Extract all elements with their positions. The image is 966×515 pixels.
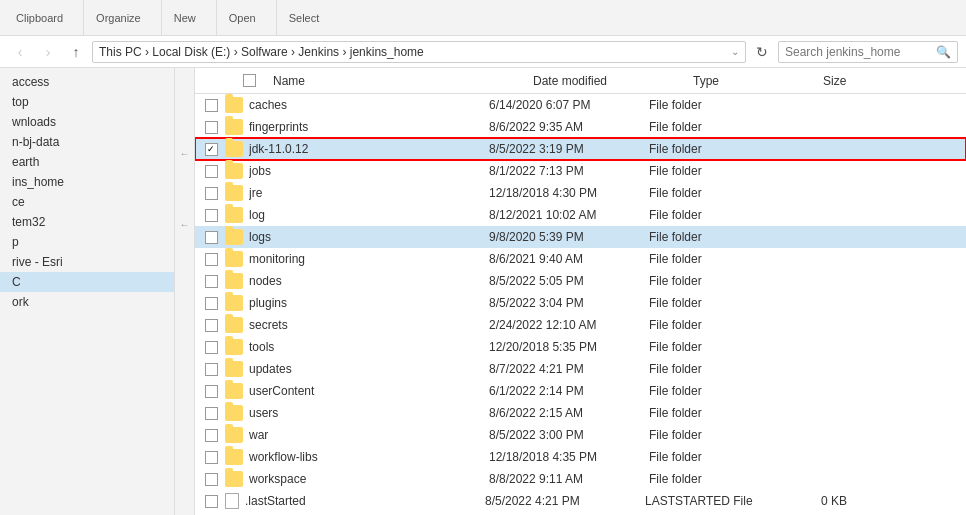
checkbox-box[interactable]: [205, 451, 218, 464]
folder-icon: [225, 229, 243, 245]
col-header-name[interactable]: Name: [265, 74, 525, 88]
sidebar-item-esri[interactable]: rive - Esri: [0, 252, 174, 272]
row-checkbox[interactable]: [203, 295, 219, 311]
forward-button[interactable]: ›: [36, 40, 60, 64]
row-date: 12/18/2018 4:30 PM: [489, 186, 649, 200]
row-checkbox[interactable]: [203, 493, 219, 509]
sidebar-item-c[interactable]: C: [0, 272, 174, 292]
checkbox-box[interactable]: [205, 429, 218, 442]
row-checkbox[interactable]: [203, 449, 219, 465]
checkbox-box[interactable]: [205, 231, 218, 244]
row-checkbox[interactable]: [203, 339, 219, 355]
row-checkbox[interactable]: [203, 405, 219, 421]
row-checkbox[interactable]: ✓: [203, 141, 219, 157]
checkbox-box[interactable]: [205, 363, 218, 376]
sidebar-item-access[interactable]: access: [0, 72, 174, 92]
table-row[interactable]: secrets2/24/2022 12:10 AMFile folder: [195, 314, 966, 336]
row-checkbox[interactable]: [203, 383, 219, 399]
row-name: monitoring: [249, 252, 489, 266]
table-row[interactable]: plugins8/5/2022 3:04 PMFile folder: [195, 292, 966, 314]
row-type: File folder: [649, 296, 779, 310]
table-row[interactable]: updates8/7/2022 4:21 PMFile folder: [195, 358, 966, 380]
table-row[interactable]: monitoring8/6/2021 9:40 AMFile folder: [195, 248, 966, 270]
checkbox-box[interactable]: [205, 341, 218, 354]
search-input[interactable]: [785, 45, 936, 59]
row-date: 8/5/2022 3:00 PM: [489, 428, 649, 442]
up-button[interactable]: ↑: [64, 40, 88, 64]
row-type: File folder: [649, 450, 779, 464]
new-label: New: [174, 12, 196, 24]
table-row[interactable]: war8/5/2022 3:00 PMFile folder: [195, 424, 966, 446]
row-checkbox[interactable]: [203, 273, 219, 289]
file-area: Name Date modified Type Size caches6/14/…: [195, 68, 966, 515]
sidebar-item-ork[interactable]: ork: [0, 292, 174, 312]
row-date: 8/8/2022 9:11 AM: [489, 472, 649, 486]
sidebar-item-nbj[interactable]: n-bj-data: [0, 132, 174, 152]
header-checkbox[interactable]: [243, 74, 256, 87]
row-type: File folder: [649, 120, 779, 134]
row-checkbox[interactable]: [203, 317, 219, 333]
breadcrumb[interactable]: This PC › Local Disk (E:) › Solfware › J…: [92, 41, 746, 63]
address-bar: ‹ › ↑ This PC › Local Disk (E:) › Solfwa…: [0, 36, 966, 68]
row-checkbox[interactable]: [203, 207, 219, 223]
table-row[interactable]: logs9/8/2020 5:39 PMFile folder: [195, 226, 966, 248]
row-type: File folder: [649, 186, 779, 200]
table-row[interactable]: .lastStarted8/5/2022 4:21 PMLASTSTARTED …: [195, 490, 966, 512]
row-checkbox[interactable]: [203, 119, 219, 135]
checkbox-box[interactable]: [205, 297, 218, 310]
pin-arrow-top[interactable]: ←: [180, 148, 190, 159]
table-row[interactable]: workflow-libs12/18/2018 4:35 PMFile fold…: [195, 446, 966, 468]
sidebar-item-downloads[interactable]: wnloads: [0, 112, 174, 132]
row-checkbox[interactable]: [203, 251, 219, 267]
table-row[interactable]: fingerprints8/6/2022 9:35 AMFile folder: [195, 116, 966, 138]
row-checkbox[interactable]: [203, 361, 219, 377]
sidebar-item-jenkinshome[interactable]: ins_home: [0, 172, 174, 192]
checkbox-box[interactable]: [205, 385, 218, 398]
col-header-type[interactable]: Type: [685, 74, 815, 88]
checkbox-box[interactable]: [205, 275, 218, 288]
row-checkbox[interactable]: [203, 97, 219, 113]
row-checkbox[interactable]: [203, 163, 219, 179]
folder-icon: [225, 427, 243, 443]
sidebar-item-p[interactable]: p: [0, 232, 174, 252]
checkbox-box[interactable]: [205, 253, 218, 266]
sidebar-item-earth[interactable]: earth: [0, 152, 174, 172]
table-row[interactable]: tools12/20/2018 5:35 PMFile folder: [195, 336, 966, 358]
checkbox-box[interactable]: [205, 407, 218, 420]
checkbox-box[interactable]: [205, 121, 218, 134]
table-row[interactable]: ✓jdk-11.0.128/5/2022 3:19 PMFile folder: [195, 138, 966, 160]
table-row[interactable]: userContent6/1/2022 2:14 PMFile folder: [195, 380, 966, 402]
checkbox-box[interactable]: [205, 319, 218, 332]
sidebar-item-system32[interactable]: tem32: [0, 212, 174, 232]
toolbar-organize: Organize: [84, 0, 162, 35]
table-row[interactable]: caches6/14/2020 6:07 PMFile folder: [195, 94, 966, 116]
sidebar-item-ce[interactable]: ce: [0, 192, 174, 212]
checkbox-box[interactable]: ✓: [205, 143, 218, 156]
row-date: 12/18/2018 4:35 PM: [489, 450, 649, 464]
table-row[interactable]: jre12/18/2018 4:30 PMFile folder: [195, 182, 966, 204]
col-header-size[interactable]: Size: [815, 74, 895, 88]
checkbox-box[interactable]: [205, 187, 218, 200]
row-checkbox[interactable]: [203, 471, 219, 487]
checkbox-box[interactable]: [205, 99, 218, 112]
select-label: Select: [289, 12, 320, 24]
pin-arrow-bottom[interactable]: ←: [180, 219, 190, 230]
checkbox-box[interactable]: [205, 495, 218, 508]
sidebar-item-top[interactable]: top: [0, 92, 174, 112]
table-row[interactable]: jobs8/1/2022 7:13 PMFile folder: [195, 160, 966, 182]
checkbox-box[interactable]: [205, 165, 218, 178]
table-row[interactable]: workspace8/8/2022 9:11 AMFile folder: [195, 468, 966, 490]
col-header-date[interactable]: Date modified: [525, 74, 685, 88]
folder-icon: [225, 405, 243, 421]
row-checkbox[interactable]: [203, 427, 219, 443]
checkbox-box[interactable]: [205, 209, 218, 222]
table-row[interactable]: log8/12/2021 10:02 AMFile folder: [195, 204, 966, 226]
row-checkbox[interactable]: [203, 229, 219, 245]
table-row[interactable]: users8/6/2022 2:15 AMFile folder: [195, 402, 966, 424]
back-button[interactable]: ‹: [8, 40, 32, 64]
row-checkbox[interactable]: [203, 185, 219, 201]
row-name: fingerprints: [249, 120, 489, 134]
table-row[interactable]: nodes8/5/2022 5:05 PMFile folder: [195, 270, 966, 292]
refresh-button[interactable]: ↻: [750, 40, 774, 64]
checkbox-box[interactable]: [205, 473, 218, 486]
